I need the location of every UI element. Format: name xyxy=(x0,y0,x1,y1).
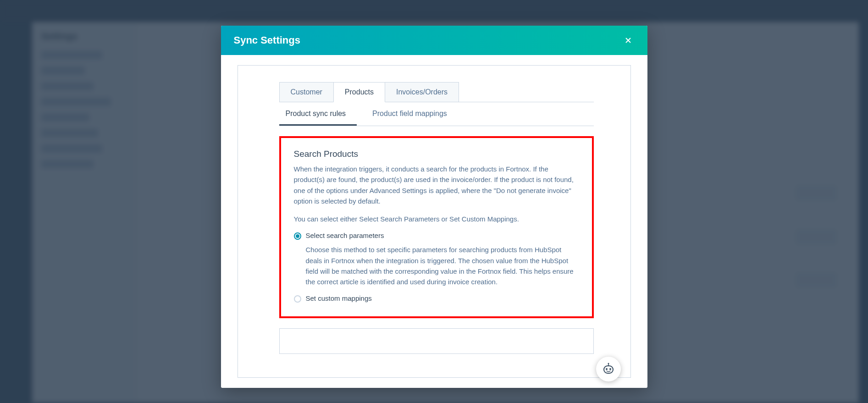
svg-rect-2 xyxy=(604,366,613,373)
close-icon xyxy=(624,36,633,45)
radio-icon-selected xyxy=(294,232,301,240)
radio-description-select-search: Choose this method to set specific param… xyxy=(306,244,579,287)
search-products-section: Search Products When the integration tri… xyxy=(279,136,594,318)
main-tab-row: Customer Products Invoices/Orders xyxy=(279,82,594,102)
sync-settings-modal: Sync Settings Customer Products Invoices… xyxy=(221,26,647,388)
chat-bot-icon xyxy=(601,362,616,376)
section-description-1: When the integration triggers, it conduc… xyxy=(294,164,579,206)
tab-invoices-orders[interactable]: Invoices/Orders xyxy=(385,82,459,102)
content-frame[interactable]: Customer Products Invoices/Orders Produc… xyxy=(238,65,631,378)
radio-set-custom-mappings[interactable]: Set custom mappings xyxy=(294,294,579,303)
radio-icon-unselected xyxy=(294,295,301,303)
close-button[interactable] xyxy=(622,34,635,47)
radio-select-search-parameters[interactable]: Select search parameters xyxy=(294,232,579,240)
subtab-product-field-mappings[interactable]: Product field mappings xyxy=(357,102,458,126)
svg-point-3 xyxy=(606,368,608,370)
next-section-peek xyxy=(279,328,594,354)
radio-label-select-search: Select search parameters xyxy=(306,232,384,239)
subtab-product-sync-rules[interactable]: Product sync rules xyxy=(279,102,357,126)
inner-content: Customer Products Invoices/Orders Produc… xyxy=(238,66,630,368)
modal-header: Sync Settings xyxy=(221,26,647,55)
modal-body: Customer Products Invoices/Orders Produc… xyxy=(221,55,647,388)
tab-customer[interactable]: Customer xyxy=(279,82,334,102)
modal-title: Sync Settings xyxy=(234,34,300,46)
chat-widget-button[interactable] xyxy=(596,357,621,381)
radio-label-custom-mappings: Set custom mappings xyxy=(306,294,372,302)
section-description-2: You can select either Select Search Para… xyxy=(294,214,579,224)
sub-tab-row: Product sync rules Product field mapping… xyxy=(279,102,594,126)
tab-products[interactable]: Products xyxy=(333,82,385,102)
svg-point-4 xyxy=(609,368,611,370)
section-title: Search Products xyxy=(294,149,579,159)
